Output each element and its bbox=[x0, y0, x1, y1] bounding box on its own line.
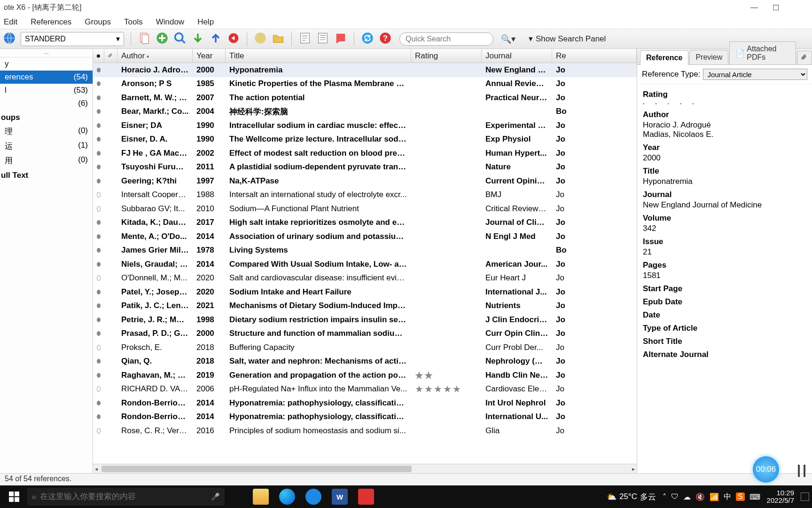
field-value[interactable]: New England Journal of Medicine bbox=[643, 200, 806, 210]
menu-help[interactable]: Help bbox=[197, 17, 214, 27]
sidebar-library-header[interactable]: y bbox=[0, 57, 93, 71]
table-row[interactable]: O'Donnell, M.; M...2020Salt and cardiova… bbox=[93, 271, 637, 286]
reference-type-select[interactable]: Journal Article bbox=[703, 69, 807, 80]
globe-icon[interactable] bbox=[3, 32, 16, 47]
scroll-right-icon[interactable]: ▸ bbox=[632, 466, 635, 472]
field-value[interactable]: 2000 bbox=[643, 153, 806, 163]
table-row[interactable]: Mente, A.; O'Do...2014Association of uri… bbox=[93, 230, 637, 244]
scrollbar-thumb[interactable] bbox=[102, 466, 412, 472]
app-word[interactable]: W bbox=[332, 489, 348, 505]
taskbar-search-input[interactable] bbox=[40, 492, 207, 501]
table-row[interactable]: Subbarao GV; It...2010Sodium—A Functiona… bbox=[93, 202, 637, 216]
sidebar-fulltext-header[interactable]: ull Text bbox=[0, 168, 93, 182]
mic-icon[interactable]: 🎤 bbox=[211, 492, 220, 501]
sidebar-group[interactable]: 运 (1) bbox=[0, 139, 93, 153]
field-value[interactable]: 21 bbox=[643, 247, 806, 257]
table-row[interactable]: Raghavan, M.; Fe...2019Generation and pr… bbox=[93, 368, 637, 382]
column-rating[interactable]: Rating bbox=[411, 49, 482, 63]
sidebar-all-references[interactable]: erences (54) bbox=[0, 71, 93, 84]
tray-onedrive-icon[interactable]: ☁ bbox=[683, 492, 691, 501]
start-button[interactable] bbox=[3, 485, 25, 508]
table-row[interactable]: Kitada, K.; Daub, ...2017High salt intak… bbox=[93, 216, 637, 230]
menu-groups[interactable]: Groups bbox=[85, 17, 111, 27]
column-attachment[interactable] bbox=[104, 49, 117, 63]
table-row[interactable]: Aronson; P S1985Kinetic Properties of th… bbox=[93, 77, 637, 91]
taskbar-clock[interactable]: 10:29 2022/5/7 bbox=[767, 489, 794, 505]
column-year[interactable]: Year bbox=[193, 49, 226, 63]
menu-tools[interactable]: Tools bbox=[124, 17, 143, 27]
tray-ime-icon[interactable]: 中 bbox=[724, 492, 731, 502]
table-row[interactable]: Tsuyoshi Furumo...2011A plastidial sodiu… bbox=[93, 160, 637, 175]
app-file-explorer[interactable] bbox=[253, 489, 269, 505]
insert-citation-icon[interactable] bbox=[298, 32, 312, 47]
export-icon[interactable] bbox=[209, 32, 222, 47]
tray-keyboard-icon[interactable]: ⌨ bbox=[750, 492, 760, 501]
table-row[interactable]: Proksch, E.2018Buffering CapacityCurr Pr… bbox=[93, 341, 637, 355]
horizontal-scrollbar[interactable]: ◂ ▸ bbox=[93, 464, 637, 473]
recording-pause-icon[interactable] bbox=[798, 465, 805, 477]
sidebar-item[interactable]: l (53) bbox=[0, 84, 93, 97]
table-row[interactable]: Bear, Markf.; Co...2004神经科学:探索脑Bo bbox=[93, 105, 637, 119]
tray-chevron-up-icon[interactable]: ˄ bbox=[663, 492, 666, 501]
format-bibliography-icon[interactable] bbox=[316, 32, 329, 47]
search-dropdown-icon[interactable]: 🔍▾ bbox=[501, 34, 515, 44]
menu-window[interactable]: Window bbox=[156, 17, 184, 27]
column-journal[interactable]: Journal bbox=[482, 49, 552, 63]
maximize-button[interactable]: ☐ bbox=[765, 3, 787, 12]
online-search-icon[interactable] bbox=[173, 32, 187, 47]
tab-preview[interactable]: Preview bbox=[689, 50, 728, 64]
quick-search[interactable] bbox=[399, 32, 493, 46]
table-row[interactable]: Geering; K?thi1997Na,K-ATPaseCurrent Opi… bbox=[93, 174, 637, 188]
table-row[interactable]: Qian, Q.2018Salt, water and nephron: Mec… bbox=[93, 355, 637, 369]
table-row[interactable]: Patel, Y.; Joseph, J.2020Sodium Intake a… bbox=[93, 285, 637, 299]
collapse-handle[interactable]: ︿ bbox=[0, 49, 93, 57]
table-row[interactable]: Intersalt Coopera...1988Intersalt an int… bbox=[93, 188, 637, 202]
quick-search-input[interactable] bbox=[406, 35, 487, 43]
menu-edit[interactable]: Edit bbox=[4, 17, 17, 27]
app-endnote[interactable] bbox=[358, 489, 374, 505]
table-row[interactable]: Eisner; DA1990Intracellular sodium in ca… bbox=[93, 119, 637, 133]
tray-sogou-icon[interactable]: S bbox=[736, 492, 745, 501]
minimize-button[interactable]: — bbox=[743, 3, 765, 12]
app-generic-blue[interactable] bbox=[305, 489, 321, 505]
notifications-icon[interactable] bbox=[801, 492, 809, 501]
style-selector[interactable]: STANDERD ▾ bbox=[21, 32, 124, 46]
table-row[interactable]: Niels, Graudal; J...2014Compared With Us… bbox=[93, 257, 637, 271]
column-reftype[interactable]: Re bbox=[552, 49, 637, 63]
table-row[interactable]: Patik, J. C.; Lenn...2021Mechanisms of D… bbox=[93, 299, 637, 313]
import-icon[interactable] bbox=[191, 32, 204, 47]
table-row[interactable]: Barnett, M. W.; L...2007The action poten… bbox=[93, 91, 637, 105]
scroll-left-icon[interactable]: ◂ bbox=[95, 466, 98, 472]
app-edge[interactable] bbox=[279, 489, 295, 505]
copy-icon[interactable] bbox=[138, 32, 151, 47]
field-value[interactable]: 342 bbox=[643, 224, 806, 233]
rating-stars[interactable]: • • • • • bbox=[643, 101, 806, 106]
tray-volume-icon[interactable]: 🔇 bbox=[695, 492, 705, 501]
column-title[interactable]: Title bbox=[226, 49, 411, 63]
new-reference-icon[interactable] bbox=[156, 32, 169, 47]
field-value[interactable]: Hyponatremia bbox=[643, 177, 806, 186]
open-link-icon[interactable] bbox=[254, 32, 267, 47]
table-row[interactable]: Rondon-Berrios,...2014Hyponatremia: path… bbox=[93, 410, 637, 424]
field-value[interactable]: 1581 bbox=[643, 271, 806, 280]
sidebar-group[interactable]: 理 (0) bbox=[0, 124, 93, 139]
tray-shield-icon[interactable]: 🛡 bbox=[671, 492, 679, 501]
table-row[interactable]: RICHARD D. VAU...2006pH-Regulated Na+ In… bbox=[93, 382, 637, 397]
table-row[interactable]: James Grier Miller1978Living SystemsBo bbox=[93, 244, 637, 258]
sidebar-item[interactable]: (6) bbox=[0, 97, 93, 110]
field-value[interactable]: Horacio J. Adrogué Madias, Nicolaos E. bbox=[643, 120, 806, 139]
cwyw-icon[interactable] bbox=[334, 32, 347, 47]
recording-timer[interactable]: 00:06 bbox=[753, 456, 779, 483]
tab-reference[interactable]: Reference bbox=[640, 50, 688, 65]
menu-references[interactable]: References bbox=[31, 17, 71, 27]
column-read-status[interactable]: ● bbox=[93, 49, 104, 63]
tab-attach[interactable] bbox=[797, 51, 812, 64]
show-search-panel[interactable]: ▾ Show Search Panel bbox=[529, 34, 606, 44]
help-icon[interactable]: ? bbox=[379, 32, 392, 47]
taskbar-search[interactable]: ○ 🎤 bbox=[27, 488, 225, 506]
tab-attached-pdfs[interactable]: 📄 Attached PDFs bbox=[729, 41, 796, 64]
tray-wifi-icon[interactable]: 📶 bbox=[710, 492, 719, 501]
open-file-icon[interactable] bbox=[272, 32, 285, 47]
table-row[interactable]: Eisner, D. A.1990The Wellcome prize lect… bbox=[93, 133, 637, 147]
table-row[interactable]: Petrie, J. R.; Mor...1998Dietary sodium … bbox=[93, 313, 637, 327]
